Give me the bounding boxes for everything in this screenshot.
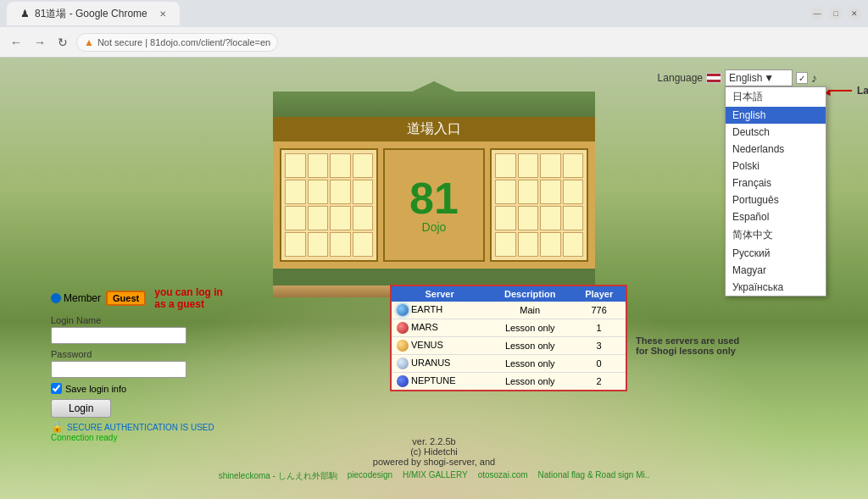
dojo-roof [273, 91, 595, 117]
footer-link-otosozai[interactable]: otosozai.com [478, 470, 528, 482]
shoji-cell [285, 153, 306, 178]
footer-version: ver. 2.2.5b [0, 436, 868, 446]
server-description-cell: Main [487, 302, 572, 319]
language-settings-label: Language Settings [857, 85, 868, 97]
uranus-icon [397, 358, 409, 369]
forward-button[interactable]: → [31, 34, 49, 51]
lang-option-pl[interactable]: Polski [726, 158, 826, 175]
login-name-input[interactable] [51, 327, 186, 344]
lang-option-es[interactable]: Español [726, 208, 826, 225]
server-description-cell: Lesson only [487, 373, 572, 391]
language-select-box[interactable]: English ▼ [725, 69, 793, 86]
mars-icon [397, 322, 409, 334]
login-name-label: Login Name [51, 315, 229, 325]
server-player-count-cell: 1 [572, 319, 626, 337]
language-flag-icon [706, 73, 721, 83]
warning-icon: ▲ [84, 36, 94, 48]
dojo-sign: 道場入口 [273, 117, 595, 141]
secure-notice: 🔒 SECURE AUTHENTICATION IS USED [51, 421, 229, 433]
security-indicator: ▲ Not secure | 81dojo.com/client/?locale… [76, 33, 278, 52]
server-table-container: Server Description Player EARTH Main 776 [390, 285, 627, 391]
login-name-group: Login Name [51, 315, 229, 344]
reload-button[interactable]: ↻ [54, 34, 71, 51]
table-row[interactable]: URANUS Lesson only 0 [391, 355, 626, 373]
language-settings-annotation: ◄ Language Settings [828, 85, 868, 97]
shoji-left [280, 148, 378, 262]
close-button[interactable]: ✕ [848, 7, 861, 20]
footer-link-piecodesign[interactable]: piecodesign [348, 470, 392, 482]
browser-tab[interactable]: ♟ 81道場 - Google Chrome ✕ [7, 2, 180, 25]
chevron-down-icon: ▼ [764, 72, 774, 84]
table-row[interactable]: NEPTUNE Lesson only 2 [391, 373, 626, 391]
password-group: Password [51, 349, 229, 378]
member-radio-option[interactable]: Member [51, 292, 101, 304]
shoji-cell [518, 180, 539, 204]
table-row[interactable]: MARS Lesson only 1 [391, 319, 626, 337]
server-col-header: Server [391, 286, 487, 302]
shoji-cell [540, 206, 561, 230]
lang-option-hu[interactable]: Magyar [726, 262, 826, 279]
table-row[interactable]: VENUS Lesson only 3 [391, 337, 626, 355]
server-player-count-cell: 776 [572, 302, 626, 319]
footer-link-shineleckoma[interactable]: shineleckoma - しんえれ外部駒 [219, 470, 337, 482]
password-input[interactable] [51, 361, 186, 378]
venus-icon [397, 340, 409, 352]
server-name-cell: URANUS [391, 355, 487, 373]
language-bar: Language English ▼ 日本語 English Deutsch N… [658, 69, 817, 86]
tab-favicon: ♟ [20, 8, 30, 19]
player-col-header: Player [572, 286, 626, 302]
shoji-cell [308, 232, 329, 257]
description-col-header: Description [487, 286, 572, 302]
shoji-cell [563, 206, 584, 230]
footer: ver. 2.2.5b (c) Hidetchi powered by shog… [0, 436, 868, 482]
language-checkbox[interactable]: ✓ [796, 72, 808, 84]
maximize-button[interactable]: □ [829, 7, 843, 20]
server-description-cell: Lesson only [487, 337, 572, 355]
tab-close-button[interactable]: ✕ [159, 9, 166, 19]
neptune-icon [397, 375, 409, 387]
shoji-cell [330, 180, 351, 204]
window-controls: — □ ✕ [810, 7, 861, 20]
guest-button[interactable]: Guest [106, 291, 146, 306]
footer-link-national[interactable]: National flag & Road sign Mi.. [538, 470, 650, 482]
lang-option-en[interactable]: English [726, 107, 826, 124]
back-button[interactable]: ← [7, 34, 25, 51]
music-icon[interactable]: ♪ [811, 71, 817, 85]
dojo-center-logo: 81 Dojo [383, 148, 485, 262]
server-player-count-cell: 0 [572, 355, 626, 373]
login-type-selector: Member Guest you can log in as a guest [51, 286, 229, 310]
lock-icon: 🔒 [51, 421, 64, 433]
shoji-cell [540, 180, 561, 204]
shoji-cell [330, 206, 351, 230]
language-select-container: English ▼ 日本語 English Deutsch Nederlands… [725, 69, 793, 86]
logo-number: 81 [409, 176, 459, 220]
language-dropdown[interactable]: 日本語 English Deutsch Nederlands Polski Fr… [725, 86, 826, 297]
shoji-cell [353, 206, 374, 230]
member-radio-button[interactable] [51, 293, 61, 303]
earth-icon [397, 304, 409, 316]
address-text: Not secure | 81dojo.com/client/?locale=e… [97, 37, 270, 47]
shoji-cell [563, 180, 584, 204]
server-player-count-cell: 3 [572, 337, 626, 355]
login-button[interactable]: Login [51, 399, 111, 418]
lang-option-pt[interactable]: Português [726, 191, 826, 208]
shoji-cell [285, 232, 306, 257]
lang-option-fr[interactable]: Français [726, 175, 826, 191]
lang-option-de[interactable]: Deutsch [726, 124, 826, 141]
shoji-cell [308, 206, 329, 230]
minimize-button[interactable]: — [810, 7, 824, 20]
server-description-cell: Lesson only [487, 319, 572, 337]
table-row[interactable]: EARTH Main 776 [391, 302, 626, 319]
shoji-cell [308, 180, 329, 204]
footer-link-hmix[interactable]: H/MIX GALLERY [403, 470, 468, 482]
lang-option-nl[interactable]: Nederlands [726, 141, 826, 158]
guest-note: you can log in as a guest [154, 286, 229, 310]
save-login-checkbox[interactable] [51, 383, 62, 394]
lang-option-ja[interactable]: 日本語 [726, 87, 826, 107]
lang-option-ru[interactable]: Русский [726, 245, 826, 262]
lang-option-uk[interactable]: Українська [726, 279, 826, 296]
shoji-cell [540, 153, 561, 178]
shoji-right [490, 148, 588, 262]
lang-option-zh[interactable]: 简体中文 [726, 225, 826, 245]
shoji-cell [495, 232, 516, 257]
